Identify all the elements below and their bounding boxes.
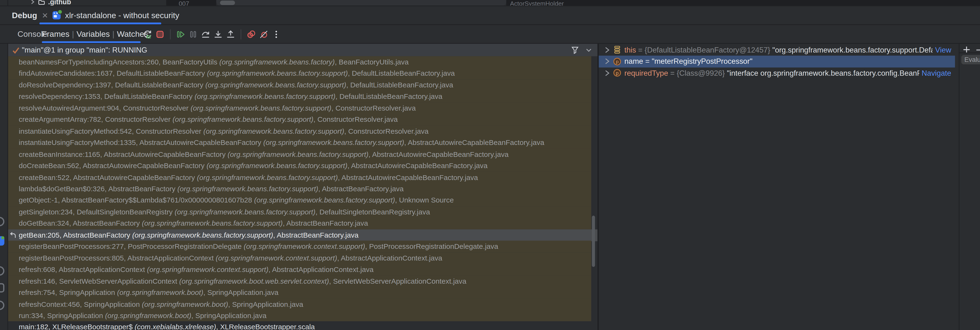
frame-text: instantiateUsingFactoryMethod:1335, Abst… [19, 139, 544, 147]
variable-text: requiredType = {Class@9926} "interface o… [624, 69, 919, 77]
frame-text: getBean:205, AbstractBeanFactory (org.sp… [19, 231, 359, 239]
frame-text: refreshContext:456, SpringApplication (o… [19, 300, 303, 308]
stack-frame-row[interactable]: refreshContext:456, SpringApplication (o… [8, 298, 591, 311]
mute-breakpoints-icon[interactable] [259, 29, 269, 39]
right-gutter-divider [959, 53, 980, 53]
rerun-debug-icon[interactable] [143, 29, 153, 39]
frame-text: doCreateBean:562, AbstractAutowireCapabl… [19, 162, 488, 169]
debug-tab-row: Debug ✕ xlr-standalone - without securit… [0, 6, 980, 24]
tab-xlr-standalone[interactable]: ✕ xlr-standalone - without security [40, 6, 161, 24]
stack-frame-row[interactable]: resolveDependency:1353, DefaultListableB… [8, 91, 591, 103]
variable-row-this[interactable]: this = {DefaultListableBeanFactory@12457… [599, 44, 955, 56]
tab-frames-variables-watches[interactable]: Frames|Variables|Watches [42, 25, 141, 43]
stripe-tool-circle-icon[interactable] [0, 217, 4, 226]
stack-frame-row[interactable]: getSingleton:234, DefaultSingletonBeanRe… [8, 206, 591, 218]
stack-frame-row[interactable]: instantiateUsingFactoryMethod:1335, Abst… [8, 137, 591, 149]
pause-icon[interactable] [188, 29, 198, 39]
frame-text: createBeanInstance:1165, AbstractAutowir… [19, 150, 509, 158]
stripe-tool-circle-icon[interactable] [0, 301, 4, 310]
tree-item-label: .github [48, 0, 71, 6]
expand-chevron-icon[interactable] [603, 69, 611, 77]
stack-frame-row[interactable]: doCreateBean:562, AbstractAutowireCapabl… [8, 160, 591, 172]
frame-text: refresh:146, ServletWebServerApplication… [19, 277, 466, 285]
resume-icon[interactable] [175, 29, 186, 39]
stack-frame-row[interactable]: doResolveDependency:1397, DefaultListabl… [8, 79, 591, 91]
filter-icon[interactable] [570, 45, 580, 55]
debug-tool-window: .github 007 ActorSystemHolder Debug ✕ xl… [0, 0, 980, 330]
toolwindow-stripe [0, 44, 7, 330]
frame-text: getSingleton:234, DefaultSingletonBeanRe… [19, 208, 430, 215]
folder-icon [38, 0, 45, 5]
editor-text: ActorSystemHolder [510, 0, 564, 6]
chevron-down-icon[interactable] [584, 45, 594, 55]
expand-chevron-icon[interactable] [603, 57, 611, 66]
variable-row-name[interactable]: pname = "meterRegistryPostProcessor" [599, 56, 955, 67]
scrollbar-pill[interactable] [220, 1, 235, 5]
stack-frame-row[interactable]: refresh:146, ServletWebServerApplication… [8, 275, 591, 287]
stripe-tool-circle-icon[interactable] [0, 266, 4, 276]
editor-sliver: ActorSystemHolder [506, 0, 980, 6]
frame-text: registerBeanPostProcessors:277, PostProc… [19, 242, 498, 250]
stack-frame-row[interactable]: lambda$doGetBean$0:326, AbstractBeanFact… [8, 183, 591, 195]
stack-frame-row[interactable]: run:334, SpringApplication (org.springfr… [8, 310, 591, 322]
step-out-icon[interactable] [226, 29, 236, 39]
tool-window-title: Debug [12, 6, 37, 24]
stack-frame-row[interactable]: getObject:-1, AbstractBeanFactory$$Lambd… [8, 194, 591, 207]
step-into-icon[interactable] [213, 29, 223, 39]
editor-gutter-sliver: 007 [166, 0, 216, 6]
frame-text: createBean:522, AbstractAutowireCapableB… [19, 173, 478, 181]
stripe-tool-square-icon[interactable] [0, 283, 4, 293]
stack-frame-row[interactable]: beanNamesForTypeIncludingAncestors:260, … [8, 56, 591, 68]
expand-chevron-icon[interactable] [603, 45, 611, 54]
stack-frame-row[interactable]: createArgumentArray:782, ConstructorReso… [8, 114, 591, 126]
active-tab-underline [40, 22, 161, 24]
debugger-toolbar: Console Frames|Variables|Watches [0, 25, 980, 43]
stack-frame-row[interactable]: getBean:205, AbstractBeanFactory (org.sp… [8, 229, 597, 241]
stack-frame-row[interactable]: registerBeanPostProcessors:805, Abstract… [8, 252, 591, 264]
panel-splitter[interactable] [597, 44, 599, 330]
stop-icon[interactable] [155, 29, 165, 39]
stack-frame-row[interactable]: createBeanInstance:1165, AbstractAutowir… [8, 148, 591, 161]
execution-point-icon [9, 231, 17, 239]
stripe-debugger-active-icon[interactable] [0, 236, 4, 246]
line-number: 007 [179, 0, 189, 6]
svg-text:p: p [616, 70, 619, 76]
view-link[interactable]: View [933, 45, 955, 54]
view-breakpoints-icon[interactable] [246, 29, 256, 39]
more-icon[interactable] [271, 29, 281, 39]
stack-frame-row[interactable]: refresh:754, SpringApplication (org.spri… [8, 287, 591, 299]
thread-header[interactable]: "main"@1 in group "main": RUNNING [8, 44, 597, 56]
top-clipped-strip: .github 007 ActorSystemHolder [0, 0, 980, 6]
navigate-link[interactable]: Navigate [919, 69, 955, 77]
frame-text: resolveAutowiredArgument:904, Constructo… [19, 104, 416, 112]
value-stack-icon [613, 46, 621, 54]
thread-suspended-check-icon [12, 46, 20, 54]
variable-row-requiredType[interactable]: prequiredType = {Class@9926} "interface … [599, 67, 955, 79]
tab-label: xlr-standalone - without security [65, 11, 179, 20]
step-over-icon[interactable] [200, 29, 211, 39]
frames-scrollbar-thumb[interactable] [592, 215, 595, 267]
stack-frame-row[interactable]: refresh:608, AbstractApplicationContext … [8, 264, 591, 276]
frame-text: instantiateUsingFactoryMethod:542, Const… [19, 127, 429, 135]
parameter-icon: p [613, 69, 621, 77]
stack-frame-row[interactable]: instantiateUsingFactoryMethod:542, Const… [8, 125, 591, 137]
variable-text: this = {DefaultListableBeanFactory@12457… [624, 45, 933, 54]
frame-text: registerBeanPostProcessors:805, Abstract… [19, 254, 442, 262]
running-indicator-dot [57, 9, 62, 14]
frame-text: createArgumentArray:782, ConstructorReso… [19, 116, 398, 123]
stack-frame-row[interactable]: main:182, XLReleaseBootstrapper$ (com.xe… [8, 322, 591, 330]
frame-text: refresh:754, SpringApplication (org.spri… [19, 289, 279, 297]
stack-frame-row[interactable]: doGetBean:324, AbstractBeanFactory (org.… [8, 218, 591, 230]
remove-watch-minus-icon[interactable] [976, 49, 980, 51]
stack-frame-row[interactable]: registerBeanPostProcessors:277, PostProc… [8, 241, 591, 253]
frame-text: getObject:-1, AbstractBeanFactory$$Lambd… [19, 196, 454, 204]
frame-text: findAutowireCandidates:1637, DefaultList… [19, 70, 455, 77]
stack-frame-row[interactable]: findAutowireCandidates:1637, DefaultList… [8, 68, 591, 80]
stack-frame-row[interactable]: createBean:522, AbstractAutowireCapableB… [8, 172, 591, 183]
project-tree-sliver[interactable]: .github [0, 0, 166, 6]
chevron-right-icon [30, 0, 35, 4]
parameter-icon: p [613, 57, 621, 65]
evaluate-expression-field[interactable]: Evalu [961, 55, 980, 64]
stack-frame-row[interactable]: resolveAutowiredArgument:904, Constructo… [8, 102, 591, 115]
close-icon[interactable]: ✕ [42, 11, 48, 20]
